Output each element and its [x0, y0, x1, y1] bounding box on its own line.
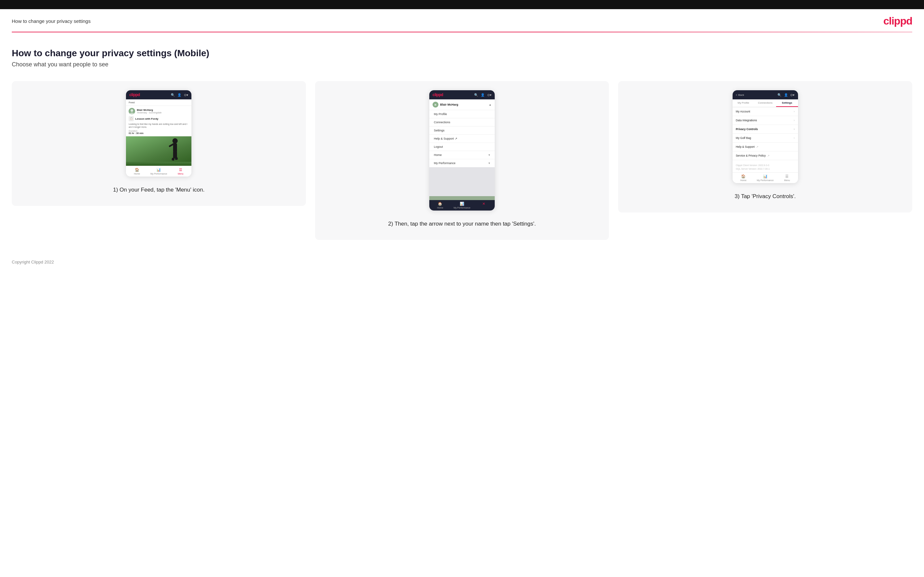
settings-item-help-support[interactable]: Help & Support ↗ — [733, 143, 798, 152]
menu-item-my-profile[interactable]: My Profile — [429, 110, 495, 118]
tab-my-profile[interactable]: My Profile — [733, 99, 754, 107]
svg-point-1 — [131, 109, 133, 112]
menu-item-settings[interactable]: Settings — [429, 127, 495, 135]
tab-menu-1[interactable]: ☰ Menu — [170, 166, 192, 177]
tab-performance-label-3: My Performance — [757, 179, 774, 181]
menu-item-logout[interactable]: Logout — [429, 143, 495, 151]
chart-icon-3: 📊 — [763, 174, 767, 179]
menu-section-home-label: Home — [434, 153, 442, 156]
copyright-text: Copyright Clippd 2022 — [12, 259, 54, 264]
menu-section-home[interactable]: Home ▾ — [429, 151, 495, 159]
phone-logo-1: clippd — [129, 92, 140, 97]
tab-connections[interactable]: Connections — [754, 99, 776, 107]
feed-lesson-title: Lesson with Fordy — [135, 118, 158, 120]
menu-section-performance[interactable]: My Performance ▾ — [429, 159, 495, 168]
tab-home-label-2: Home — [437, 206, 443, 209]
steps-row: clippd 🔍 👤 ⊙▾ Feed — [12, 81, 912, 240]
menu-section-performance-arrow: ▾ — [488, 161, 490, 165]
phone-logo-2: clippd — [433, 92, 443, 97]
step-3-caption: 3) Tap 'Privacy Controls'. — [735, 192, 796, 201]
settings-item-privacy-controls[interactable]: Privacy Controls › — [733, 125, 798, 134]
feed-duration-val: 01 hr : 30 min — [129, 132, 189, 134]
tab-home-label-1: Home — [134, 172, 140, 175]
feed-avatar — [129, 108, 135, 114]
main-content: How to change your privacy settings (Mob… — [0, 32, 924, 253]
phone-version-info: Clippd Client Version: 2022.8.3-3 GQL Se… — [733, 160, 798, 172]
svg-point-3 — [173, 138, 178, 143]
header-title: How to change your privacy settings — [12, 18, 90, 24]
back-chevron-icon: < — [736, 93, 738, 97]
privacy-controls-label: Privacy Controls — [736, 127, 758, 131]
phone-bottom-bar-2: 🏠 Home 📊 My Performance ✕ — [429, 200, 495, 211]
step-2-caption: 2) Then, tap the arrow next to your name… — [388, 220, 536, 228]
home-icon-3: 🏠 — [741, 174, 746, 179]
menu-user-left: B Blair McHarg — [433, 102, 459, 108]
phone-nav-icons-1: 🔍 👤 ⊙▾ — [170, 92, 188, 97]
menu-chevron-up[interactable]: ▲ — [489, 103, 491, 106]
tab-menu-label-3: Menu — [784, 179, 790, 181]
feed-user-info: Blair McHarg Yesterday · Sunningdale — [137, 108, 162, 114]
phone-bg-dim — [429, 168, 495, 200]
help-support-label: Help & Support ↗ — [736, 145, 758, 148]
my-golf-bag-label: My Golf Bag — [736, 136, 751, 140]
settings-circle-icon-3[interactable]: ⊙▾ — [790, 92, 795, 97]
tab-home-1[interactable]: 🏠 Home — [126, 166, 148, 177]
tab-performance-1[interactable]: 📊 My Performance — [148, 166, 170, 177]
top-bar — [0, 0, 924, 9]
settings-circle-icon-2[interactable]: ⊙▾ — [487, 92, 491, 97]
back-button[interactable]: < Back — [736, 93, 744, 97]
tab-close-2[interactable]: ✕ — [473, 200, 495, 211]
settings-item-data-integrations[interactable]: Data Integrations › — [733, 116, 798, 125]
settings-item-my-golf-bag[interactable]: My Golf Bag › — [733, 134, 798, 143]
close-icon-2: ✕ — [482, 202, 485, 206]
data-integrations-chevron: › — [794, 119, 795, 122]
search-icon-2[interactable]: 🔍 — [474, 92, 478, 97]
footer: Copyright Clippd 2022 — [0, 253, 924, 271]
menu-item-connections[interactable]: Connections — [429, 118, 495, 127]
phone-bottom-bar-3: 🏠 Home 📊 My Performance ☰ Menu — [733, 172, 798, 183]
menu-user-row: B Blair McHarg ▲ — [429, 99, 495, 110]
settings-tabs-row: My Profile Connections Settings — [733, 99, 798, 107]
feed-user-name: Blair McHarg — [137, 108, 162, 111]
search-icon[interactable]: 🔍 — [170, 92, 175, 97]
menu-section-home-arrow: ▾ — [488, 153, 490, 156]
back-label: Back — [738, 93, 744, 97]
tab-performance-2[interactable]: 📊 My Performance — [451, 200, 473, 211]
feed-user-sub: Yesterday · Sunningdale — [137, 111, 162, 114]
svg-rect-9 — [175, 157, 178, 160]
tab-home-2[interactable]: 🏠 Home — [429, 200, 451, 211]
step-1-caption: 1) On your Feed, tap the 'Menu' icon. — [113, 186, 205, 194]
tab-settings[interactable]: Settings — [776, 99, 798, 107]
person-icon-2[interactable]: 👤 — [480, 92, 485, 97]
logo: clippd — [884, 15, 912, 27]
tab-home-3[interactable]: 🏠 Home — [733, 172, 754, 183]
settings-circle-icon[interactable]: ⊙▾ — [184, 92, 188, 97]
menu-username: Blair McHarg — [440, 103, 459, 106]
page-subheading: Choose what you want people to see — [12, 61, 912, 68]
menu-icon-3: ☰ — [785, 174, 788, 179]
feed-label: Feed — [126, 99, 191, 106]
feed-desc: Looking to feel like my hands are exitin… — [129, 122, 189, 129]
feed-user-row: Blair McHarg Yesterday · Sunningdale — [129, 108, 189, 114]
feed-content: Blair McHarg Yesterday · Sunningdale 📋 L… — [126, 106, 191, 136]
feed-image — [126, 136, 191, 166]
home-icon-2: 🏠 — [438, 202, 443, 206]
menu-item-help-support[interactable]: Help & Support ↗ — [429, 135, 495, 143]
home-icon: 🏠 — [135, 168, 139, 172]
my-golf-bag-chevron: › — [794, 136, 795, 140]
search-icon-3[interactable]: 🔍 — [777, 92, 782, 97]
my-account-chevron: › — [794, 110, 795, 113]
settings-item-service-privacy[interactable]: Service & Privacy Policy ↗ — [733, 152, 798, 160]
person-icon-3[interactable]: 👤 — [783, 92, 788, 97]
data-integrations-label: Data Integrations — [736, 119, 757, 122]
menu-avatar: B — [433, 102, 438, 108]
tab-performance-3[interactable]: 📊 My Performance — [754, 172, 776, 183]
header: How to change your privacy settings clip… — [0, 9, 924, 32]
tab-menu-3[interactable]: ☰ Menu — [776, 172, 798, 183]
person-icon[interactable]: 👤 — [177, 92, 182, 97]
phone-mockup-2: clippd 🔍 👤 ⊙▾ B Blair McHarg ▲ — [429, 90, 495, 211]
service-privacy-label: Service & Privacy Policy ↗ — [736, 154, 770, 157]
settings-item-my-account[interactable]: My Account › — [733, 107, 798, 116]
tab-menu-label-1: Menu — [178, 172, 184, 175]
version-line-1: Clippd Client Version: 2022.8.3-3 — [736, 163, 795, 167]
